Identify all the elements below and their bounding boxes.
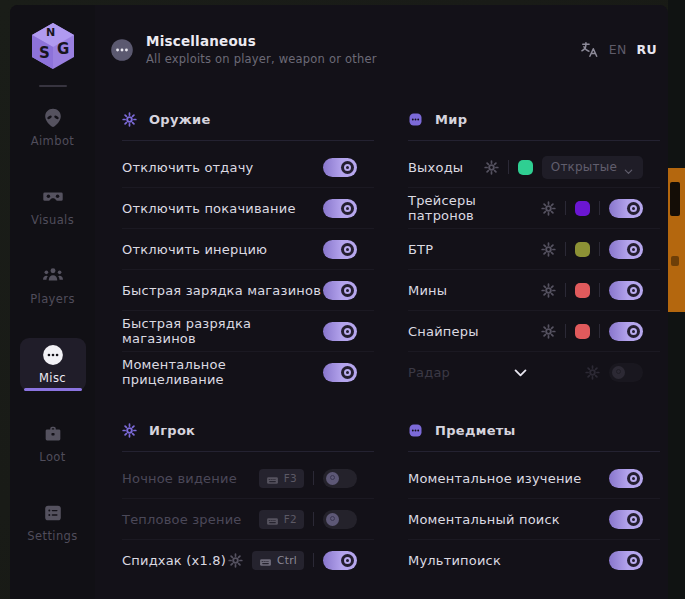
section-weapon: ОружиеОтключить отдачуОтключить покачива…	[122, 110, 374, 392]
lang-ru-button[interactable]: RU	[637, 42, 657, 57]
mines-color-swatch[interactable]	[575, 283, 590, 298]
section-divider	[408, 451, 660, 452]
snipers-settings-icon[interactable]	[541, 324, 556, 339]
bullet-tracers-toggle[interactable]	[609, 199, 643, 218]
row-controls	[323, 363, 357, 382]
sidebar-item-settings[interactable]: Settings	[20, 496, 86, 549]
radar-toggle[interactable]	[609, 363, 643, 382]
exits-color-swatch[interactable]	[518, 160, 533, 175]
toggle-knob	[341, 366, 354, 379]
speedhack-keybind[interactable]: Ctrl	[252, 551, 304, 570]
section-header-items: Предметы	[408, 421, 660, 439]
section-header-player: Игрок	[122, 421, 374, 439]
btr-color-swatch[interactable]	[575, 242, 590, 257]
sidebar-item-label: Misc	[39, 371, 66, 385]
instant-ads-toggle[interactable]	[323, 363, 357, 382]
row-exits: ВыходыОткрытые	[408, 147, 660, 187]
btr-toggle[interactable]	[609, 240, 643, 259]
speedhack-toggle[interactable]	[323, 551, 357, 570]
language-switcher: EN RU	[580, 40, 657, 59]
row-instant-ads: Моментальное прицеливание	[122, 351, 374, 392]
mines-toggle[interactable]	[609, 281, 643, 300]
sidebar-item-label: Loot	[39, 450, 65, 464]
control-separator	[565, 242, 566, 256]
thermal-vision-toggle[interactable]	[323, 510, 357, 529]
snipers-toggle[interactable]	[609, 322, 643, 341]
sidebar-item-loot[interactable]: Loot	[20, 417, 86, 470]
row-thermal-vision: Тепловое зрениеF2	[122, 498, 374, 539]
toggle-knob	[627, 472, 640, 485]
row-controls	[541, 281, 643, 300]
mines-settings-icon[interactable]	[541, 283, 556, 298]
row-label: Моментальное изучение	[408, 471, 581, 486]
content-columns: ОружиеОтключить отдачуОтключить покачива…	[95, 110, 668, 580]
toggle-knob	[627, 513, 640, 526]
snipers-color-swatch[interactable]	[575, 324, 590, 339]
toggle-knob	[341, 325, 354, 338]
toggle-knob	[341, 202, 354, 215]
section-items: ПредметыМоментальное изучениеМоментальны…	[408, 421, 660, 580]
toggle-knob	[326, 513, 339, 526]
sidebar-item-aimbot[interactable]: Aimbot	[20, 101, 86, 154]
keyboard-icon	[266, 513, 279, 526]
section-header-weapon: Оружие	[122, 110, 374, 128]
row-label: Мины	[408, 283, 447, 298]
speedhack-settings-icon[interactable]	[228, 553, 243, 568]
toggle-knob	[326, 472, 339, 485]
svg-text:N: N	[46, 26, 55, 39]
radar-expand-icon[interactable]	[512, 364, 529, 381]
instant-study-toggle[interactable]	[609, 469, 643, 488]
row-fast-magazine-load: Быстрая зарядка магазинов	[122, 269, 374, 310]
control-separator	[313, 512, 314, 526]
row-controls	[609, 510, 643, 529]
no-sway-toggle[interactable]	[323, 199, 357, 218]
night-vision-keybind[interactable]: F3	[259, 469, 304, 488]
chevron-down-icon	[623, 162, 634, 173]
sidebar-nav: AimbotVisualsPlayersMiscLootSettings	[10, 101, 95, 549]
section-title: Предметы	[435, 423, 516, 438]
radar-settings-icon[interactable]	[585, 365, 600, 380]
no-recoil-toggle[interactable]	[323, 158, 357, 177]
row-controls	[323, 281, 357, 300]
game-background-glyph	[670, 182, 680, 216]
sidebar-item-players[interactable]: Players	[20, 259, 86, 312]
bullet-tracers-settings-icon[interactable]	[541, 201, 556, 216]
row-controls: Открытые	[484, 156, 643, 179]
exits-dropdown[interactable]: Открытые	[542, 156, 643, 179]
sidebar: S G N AimbotVisualsPlayersMiscLootSettin…	[10, 5, 95, 599]
keybind-value: F3	[284, 472, 297, 484]
row-mines: Мины	[408, 269, 660, 310]
row-label: Отключить покачивание	[122, 201, 296, 216]
no-inertia-toggle[interactable]	[323, 240, 357, 259]
section-title: Игрок	[149, 423, 195, 438]
row-no-inertia: Отключить инерцию	[122, 228, 374, 269]
row-label: Мультипоиск	[408, 553, 501, 568]
instant-search-toggle[interactable]	[609, 510, 643, 529]
thermal-vision-keybind[interactable]: F2	[259, 510, 304, 529]
row-controls	[323, 158, 357, 177]
section-rows: Ночное видениеF3Тепловое зрениеF2Спидхак…	[122, 458, 374, 580]
fast-magazine-load-toggle[interactable]	[323, 281, 357, 300]
multi-search-toggle[interactable]	[609, 551, 643, 570]
vr-goggles-icon	[42, 186, 64, 208]
row-controls	[323, 240, 357, 259]
section-divider	[122, 140, 374, 141]
lang-en-button[interactable]: EN	[609, 42, 627, 57]
row-controls	[609, 469, 643, 488]
btr-settings-icon[interactable]	[541, 242, 556, 257]
sidebar-item-misc[interactable]: Misc	[20, 338, 86, 391]
exits-settings-icon[interactable]	[484, 160, 499, 175]
row-label: Отключить инерцию	[122, 242, 267, 257]
dots-circle-icon	[42, 344, 64, 366]
game-background-orange	[668, 168, 685, 312]
section-player: ИгрокНочное видениеF3Тепловое зрениеF2Сп…	[122, 421, 374, 580]
night-vision-toggle[interactable]	[323, 469, 357, 488]
row-controls	[541, 199, 643, 218]
sidebar-item-label: Aimbot	[31, 134, 75, 148]
sidebar-item-visuals[interactable]: Visuals	[20, 180, 86, 233]
toggle-knob	[627, 325, 640, 338]
fast-magazine-unload-toggle[interactable]	[323, 322, 357, 341]
row-label: Радар	[408, 365, 450, 380]
bullet-tracers-color-swatch[interactable]	[575, 201, 590, 216]
section-header-world: Мир	[408, 110, 660, 128]
